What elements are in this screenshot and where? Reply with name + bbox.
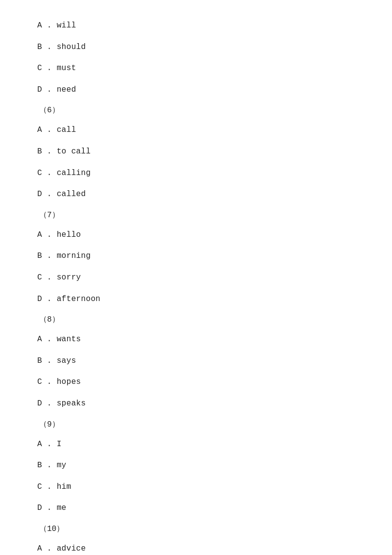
option-q7c: C . sorry [37, 272, 355, 284]
option-q8d-text: D . speaks [37, 399, 86, 408]
option-q5c-text: C . must [37, 64, 76, 73]
option-q9b-text: B . my [37, 461, 67, 470]
option-q6a: A . call [37, 124, 355, 137]
q9-label: （9） [37, 419, 355, 429]
option-q8b: B . says [37, 355, 355, 368]
option-q9a: A . I [37, 438, 355, 451]
option-q9d: D . me [37, 502, 355, 515]
q7-label: （7） [37, 210, 355, 220]
q6-label: （6） [37, 105, 355, 115]
option-q5d-text: D . need [37, 85, 76, 94]
option-q5b: B . should [37, 41, 355, 54]
option-q7b-text: B . morning [37, 252, 91, 260]
option-q5d: D . need [37, 84, 355, 97]
option-q9c: C . him [37, 481, 355, 494]
option-q6a-text: A . call [37, 126, 76, 134]
option-q8a-text: A . wants [37, 335, 81, 344]
option-q8a: A . wants [37, 333, 355, 346]
option-q6c: C . calling [37, 167, 355, 180]
option-q10a-text: A . advice [37, 544, 86, 553]
option-q8b-text: B . says [37, 356, 76, 365]
option-q7a: A . hello [37, 229, 355, 242]
option-q8c-text: C . hopes [37, 378, 81, 386]
option-q9a-text: A . I [37, 440, 62, 449]
option-q6d-text: D . called [37, 190, 86, 199]
option-q6b: B . to call [37, 146, 355, 158]
option-q9d-text: D . me [37, 504, 67, 512]
option-q7d: D . afternoon [37, 293, 355, 306]
option-q5a: A . will [37, 20, 355, 32]
main-content: A . will B . should C . must D . need （6… [0, 0, 392, 555]
q8-label: （8） [37, 314, 355, 325]
option-q9c-text: C . him [37, 482, 71, 491]
option-q5b-text: B . should [37, 43, 86, 51]
option-q6c-text: C . calling [37, 169, 91, 177]
option-q7a-text: A . hello [37, 230, 81, 239]
option-q5a-text: A . will [37, 21, 76, 30]
option-q10a: A . advice [37, 543, 355, 555]
option-q5c: C . must [37, 62, 355, 75]
q10-label: （10） [37, 524, 355, 534]
option-q9b: B . my [37, 459, 355, 472]
option-q6b-text: B . to call [37, 147, 91, 156]
option-q7b: B . morning [37, 250, 355, 263]
option-q8c: C . hopes [37, 376, 355, 389]
option-q6d: D . called [37, 188, 355, 201]
option-q8d: D . speaks [37, 398, 355, 410]
option-q7c-text: C . sorry [37, 273, 81, 282]
option-q7d-text: D . afternoon [37, 295, 100, 303]
